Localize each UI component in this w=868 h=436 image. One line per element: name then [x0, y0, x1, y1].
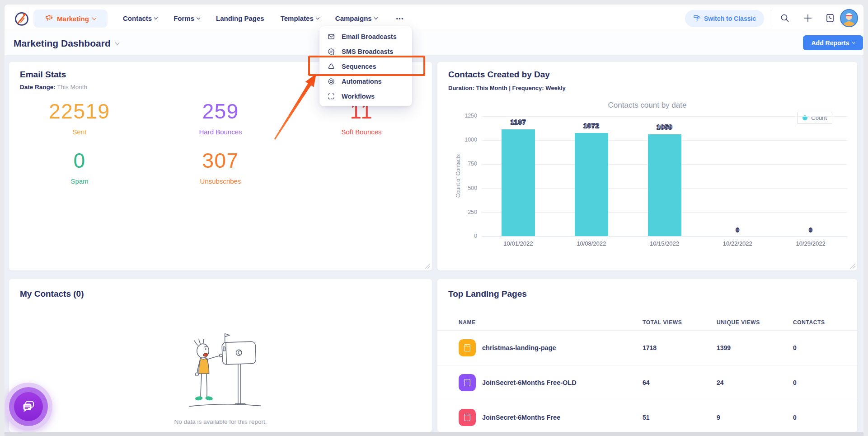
envelope-icon [328, 33, 335, 40]
nav-item-forms[interactable]: Forms [174, 14, 200, 22]
engagebay-logo-icon[interactable] [14, 10, 30, 27]
resize-handle-icon[interactable] [849, 263, 856, 269]
y-tick-label: 1000 [451, 137, 477, 143]
nav-item-campaigns[interactable]: Campaigns [335, 14, 377, 22]
nav-item-templates[interactable]: Templates [281, 14, 319, 22]
stat-unsubscribes: 307Unsubscribes [150, 150, 291, 185]
x-tick-label: 10/29/2022 [781, 240, 840, 247]
my-contacts-card: My Contacts (0) [9, 279, 432, 432]
menu-item-automations[interactable]: Automations [319, 74, 412, 89]
email-stats-date-range: Date Range: This Month [20, 84, 87, 90]
column-header-total-views[interactable]: TOTAL VIEWS [643, 319, 717, 326]
plus-icon[interactable] [802, 13, 814, 24]
chat-bubble-icon [14, 392, 43, 421]
landing-pages-table: NAMETOTAL VIEWSUNIQUE VIEWSCONTACTSchris… [437, 314, 857, 432]
add-reports-button[interactable]: Add Reports [803, 35, 863, 50]
contacts-created-card: Contacts Created by Day Duration: This M… [437, 62, 857, 270]
sms-bubble-icon [328, 48, 335, 55]
date-range-label: Date Range: [20, 84, 56, 90]
resize-handle-icon[interactable] [424, 263, 431, 269]
table-row[interactable]: JoinSecret-6Months Free5190 [437, 400, 857, 432]
table-row[interactable]: JoinSecret-6Months Free-OLD64240 [437, 365, 857, 400]
y-tick-label: 500 [451, 185, 477, 191]
column-header-unique-views[interactable]: UNIQUE VIEWS [717, 319, 793, 326]
chevron-down-icon [852, 40, 855, 43]
y-tick-label: 250 [451, 209, 477, 215]
nav-item-label: Campaigns [335, 14, 372, 22]
nav-item-contacts[interactable]: Contacts [123, 14, 157, 22]
app-window: Marketing ContactsFormsLanding PagesTemp… [5, 5, 863, 432]
bar-value-label: 1059 [640, 123, 690, 131]
cell-unique_views: 24 [717, 379, 793, 386]
landing-page-icon [459, 339, 476, 356]
switch-to-classic-button[interactable]: Switch to Classic [685, 10, 764, 27]
y-axis-ticks: 025050075010001250 [451, 116, 477, 237]
menu-item-label: Email Broadcasts [342, 33, 397, 40]
stat-label: Unsubscribes [150, 177, 291, 185]
megaphone-icon [45, 14, 53, 24]
y-tick-label: 750 [451, 161, 477, 167]
menu-item-sequences[interactable]: Sequences [319, 59, 412, 74]
page-header: Marketing Dashboard Add Reports [5, 32, 863, 55]
landing-page-name: JoinSecret-6Months Free [482, 414, 560, 421]
chat-widget-ring [9, 387, 48, 426]
column-header-name[interactable]: NAME [459, 319, 643, 326]
chevron-down-icon [154, 16, 158, 19]
cell-contacts: 0 [793, 379, 844, 386]
menu-item-workflows[interactable]: Workflows [319, 89, 412, 104]
stat-label: Sent [9, 128, 150, 136]
cell-contacts: 0 [793, 414, 844, 421]
bar [648, 134, 681, 236]
bar-chart-plot: 11071072105900 [482, 116, 847, 237]
menu-item-label: SMS Broadcasts [342, 48, 393, 55]
menu-item-label: Sequences [342, 63, 376, 70]
cell-total_views: 1718 [643, 344, 717, 351]
table-row[interactable]: christmas-landing-page171813990 [437, 331, 857, 365]
contacts-book-icon[interactable] [824, 13, 836, 24]
email-stats-grid: 22519Sent259Hard Bounces11Soft Bounces0S… [9, 101, 432, 185]
y-tick-label: 1250 [451, 113, 477, 119]
email-stats-title: Email Stats [20, 70, 66, 80]
stat-spam: 0Spam [9, 150, 150, 185]
user-avatar[interactable] [840, 9, 858, 27]
nav-item-landing-pages[interactable]: Landing Pages [216, 14, 264, 22]
cell-total_views: 64 [643, 379, 717, 386]
stat-value: 307 [150, 150, 291, 171]
chat-widget-button[interactable] [5, 383, 52, 431]
add-reports-label: Add Reports [812, 39, 849, 47]
column-header-contacts[interactable]: CONTACTS [793, 319, 844, 326]
menu-item-email-broadcasts[interactable]: Email Broadcasts [319, 29, 412, 44]
date-range-value: This Month [57, 84, 87, 90]
cell-total_views: 51 [643, 414, 717, 421]
top-landing-pages-title: Top Landing Pages [448, 289, 527, 299]
x-tick-label: 10/22/2022 [708, 240, 767, 247]
chevron-down-icon [197, 16, 200, 19]
switch-classic-label: Switch to Classic [704, 15, 756, 22]
app-switcher-marketing[interactable]: Marketing [33, 9, 108, 28]
landing-page-name-cell: christmas-landing-page [459, 339, 643, 356]
cell-contacts: 0 [793, 344, 844, 351]
stat-value: 22519 [9, 101, 150, 122]
contacts-created-subtitle: Duration: This Month | Frequency: Weekly [448, 85, 566, 91]
chevron-down-icon [92, 16, 96, 20]
brand-label: Marketing [57, 15, 89, 23]
stat-value: 259 [150, 101, 291, 122]
nav-item-label: Templates [281, 14, 314, 22]
y-tick-label: 0 [451, 233, 477, 239]
nav-divider [771, 10, 771, 27]
landing-page-name: JoinSecret-6Months Free-OLD [482, 379, 577, 386]
top-navbar: Marketing ContactsFormsLanding PagesTemp… [5, 5, 863, 32]
landing-page-icon [459, 409, 476, 426]
stat-label: Hard Bounces [150, 128, 291, 136]
empty-mailbox-illustration [167, 329, 271, 414]
stat-label: Soft Bounces [291, 128, 432, 136]
cell-unique_views: 1399 [717, 344, 793, 351]
search-icon[interactable] [779, 13, 791, 24]
bar-value-label: 0 [786, 227, 835, 233]
menu-item-label: Automations [342, 78, 382, 85]
nav-more-icon[interactable]: ••• [396, 16, 404, 21]
horizontal-scrollbar[interactable] [5, 432, 863, 436]
page-title[interactable]: Marketing Dashboard [14, 38, 119, 49]
x-tick-label: 10/08/2022 [562, 240, 621, 247]
menu-item-sms-broadcasts[interactable]: SMS Broadcasts [319, 44, 412, 59]
